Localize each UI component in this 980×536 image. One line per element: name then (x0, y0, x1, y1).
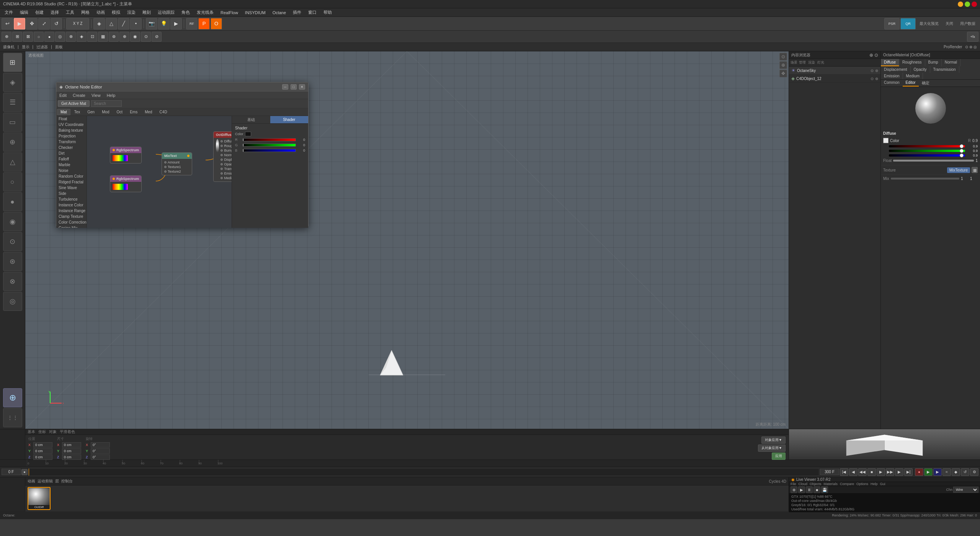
tool2-12[interactable]: ⊕ (119, 32, 129, 42)
minimize-button[interactable] (958, 2, 963, 7)
sidebar-object-manager[interactable]: ⊞ (3, 53, 22, 72)
lv-menu-help[interactable]: Help (871, 482, 878, 486)
viewport-pan-btn[interactable]: ✥ (779, 70, 787, 77)
ne-tab-tex[interactable]: Tex (71, 109, 84, 115)
ne-r-slider[interactable] (243, 138, 296, 141)
edge-mode[interactable]: ╱ (118, 18, 129, 29)
light-btn[interactable]: 💡 (158, 18, 170, 29)
ne-item-projection[interactable]: Projection (56, 133, 87, 139)
bottom-tab-animation[interactable]: 动画 (28, 479, 35, 484)
ne-item-float[interactable]: Float (56, 116, 87, 122)
camera-btn[interactable]: 📷 (146, 18, 157, 29)
attr-tab-basic[interactable]: 基本 (28, 429, 35, 435)
lv-tool-2[interactable]: ▶ (798, 486, 805, 493)
tool2-7[interactable]: ⊗ (66, 32, 76, 42)
ne-item-color-correction[interactable]: Color Correction (56, 219, 87, 225)
ne-item-sine-wave[interactable]: Sine Wave (56, 185, 87, 191)
attr-tab-smooth[interactable]: 平滑着色 (60, 429, 75, 435)
current-frame-display[interactable]: 0 F (2, 469, 21, 475)
settings-btn[interactable]: ⚙ (970, 468, 978, 476)
oct-roughness-in[interactable] (220, 145, 223, 147)
ne-item-instance-color[interactable]: Instance Color (56, 202, 87, 208)
end-frame-display[interactable]: 300 F (820, 469, 839, 475)
ne-item-marble[interactable]: Marble (56, 162, 87, 168)
menu-create[interactable]: 创建 (32, 9, 47, 16)
oct-emission-in[interactable] (220, 172, 223, 175)
ne-tab-gen[interactable]: Gen (84, 109, 98, 115)
undo-button[interactable]: ↩ (2, 18, 13, 29)
render-region-btn[interactable]: ▶ (933, 468, 942, 476)
get-active-mat-button[interactable]: Get Active Mat (58, 100, 90, 107)
point-mode[interactable]: • (130, 18, 142, 29)
sidebar-layer[interactable]: ▭ (3, 113, 22, 132)
attr-rot-x-val[interactable]: 0° (91, 442, 110, 448)
ne-item-ridged-fractal[interactable]: Ridged Fractal (56, 179, 87, 185)
scene-btn-1[interactable]: 场景 (791, 60, 797, 65)
ne-tab-ems[interactable]: Ems (126, 109, 141, 115)
tool2-11[interactable]: ⊛ (109, 32, 119, 42)
snap-btn[interactable]: ⊕ (2, 32, 11, 42)
octane-tab-opacity[interactable]: Opacity (911, 66, 930, 73)
ne-tab-c4d[interactable]: C4D (156, 109, 171, 115)
qr-btn[interactable]: QR (900, 18, 916, 29)
octane-tab-roughness[interactable]: Roughness (899, 59, 925, 66)
attr-size-y-val[interactable]: 0 cm (62, 448, 81, 454)
node-editor-maximize[interactable]: □ (291, 84, 297, 90)
octane-tab-confirm[interactable]: 确定 (919, 80, 933, 87)
ne-tab-mod[interactable]: Mod (98, 109, 113, 115)
ne-tab-oct[interactable]: Oct (113, 109, 126, 115)
sidebar-tool10[interactable]: ⊙ (3, 232, 22, 251)
menu-help[interactable]: 帮助 (320, 9, 335, 16)
apply-to-obj-btn[interactable]: 对象应用▼ (761, 436, 786, 444)
insydium-btn[interactable]: P (198, 18, 210, 29)
sidebar-plus-btn[interactable]: ⊕ (3, 388, 22, 407)
octane-tab-medium[interactable]: Medium (903, 73, 923, 79)
object-mode[interactable]: ◈ (93, 18, 105, 29)
mix-tex2-in[interactable] (164, 170, 167, 173)
oct-medium-in[interactable] (220, 177, 223, 179)
sidebar-tool8[interactable]: ● (3, 192, 22, 211)
grid-btn[interactable]: ⊞ (12, 32, 22, 42)
scene-item-c4dobject[interactable]: ◈ C4DObject_12 ⊙ ⊛ (789, 75, 880, 83)
sidebar-tool13[interactable]: ◎ (3, 292, 22, 311)
lv-menu-objects[interactable]: Objects (810, 482, 822, 486)
ne-item-transform[interactable]: Transform (56, 139, 87, 145)
apply-from-obj-btn[interactable]: 从对象应用▼ (758, 444, 786, 452)
menu-select[interactable]: 选择 (47, 9, 62, 16)
psr-btn[interactable]: PSR (884, 18, 900, 29)
octane-color-swatch[interactable] (883, 138, 889, 143)
menu-mesh[interactable]: 网格 (78, 9, 93, 16)
oct-normal-in[interactable] (220, 154, 223, 156)
octane-tab-transmission[interactable]: Transmission (930, 66, 959, 73)
transport-record-btn[interactable]: ● (21, 469, 28, 475)
node-editor-search[interactable] (91, 100, 122, 107)
octane-float-bar[interactable] (893, 160, 974, 162)
sidebar-tool7[interactable]: ○ (3, 172, 22, 191)
attr-pos-z-val[interactable]: 0 cm (33, 454, 52, 460)
node-mix-text[interactable]: MixText Amount Texture1 (162, 152, 192, 175)
btn-go-end[interactable]: ▶| (904, 468, 913, 476)
sidebar-tool9[interactable]: ◉ (3, 212, 22, 231)
close-button[interactable] (972, 2, 977, 7)
mix-tex1-in[interactable] (164, 166, 167, 168)
lv-menu-file[interactable]: File (791, 482, 796, 486)
btn-go-start[interactable]: |◀ (840, 468, 848, 476)
octane-r-slider[interactable] (889, 145, 965, 147)
viewport-perspective-btn[interactable]: ⊙ (779, 53, 787, 60)
loop-btn[interactable]: ↺ (961, 468, 969, 476)
attr-pos-x-val[interactable]: 0 cm (33, 442, 52, 448)
oct-bump-in[interactable] (220, 149, 223, 152)
scene-btn-3[interactable]: 渲染 (807, 60, 816, 65)
menu-render[interactable]: 渲染 (124, 9, 139, 16)
scene-btn-2[interactable]: 管理 (798, 60, 807, 65)
tool2-13[interactable]: ◉ (130, 32, 140, 42)
rotate-tool[interactable]: ↺ (51, 18, 62, 29)
sidebar-material[interactable]: ◈ (3, 73, 22, 92)
sidebar-structure[interactable]: ☰ (3, 93, 22, 112)
ne-item-uv[interactable]: UV Coordinate (56, 122, 87, 127)
attr-tab-coord[interactable]: 坐标 (38, 429, 46, 435)
ne-rtab-base[interactable]: 基础 (232, 116, 270, 123)
render-frame-btn[interactable]: ▶ (924, 468, 933, 476)
maximize-button[interactable] (965, 2, 970, 7)
menu-tool[interactable]: 工具 (63, 9, 77, 16)
